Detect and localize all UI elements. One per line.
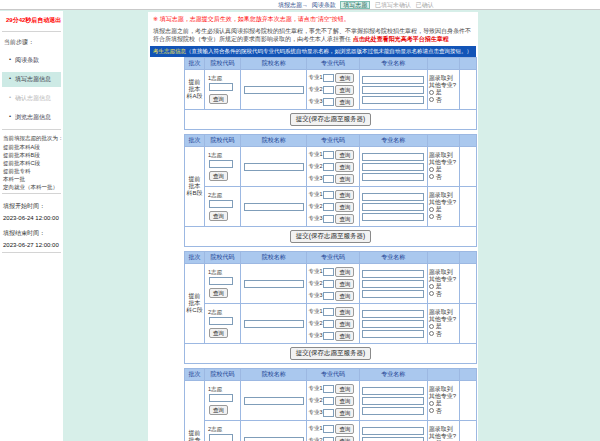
adjust-yes-option[interactable]: 是 xyxy=(429,206,458,213)
radio-icon[interactable] xyxy=(429,291,434,296)
major-query-button[interactable]: 查询 xyxy=(335,85,354,95)
major-query-button[interactable]: 查询 xyxy=(335,331,354,341)
major-query-button[interactable]: 查询 xyxy=(335,436,354,441)
adjust-yes-option[interactable]: 是 xyxy=(429,283,458,290)
adjust-no-option[interactable]: 否 xyxy=(429,214,458,221)
major-name-input[interactable] xyxy=(362,407,424,415)
radio-icon[interactable] xyxy=(429,207,434,212)
major-name-input[interactable] xyxy=(362,290,424,298)
radio-icon[interactable] xyxy=(429,401,434,406)
radio-icon[interactable] xyxy=(429,167,434,172)
tab-read-terms[interactable]: 阅读条款 xyxy=(312,2,336,8)
college-query-button[interactable]: 查询 xyxy=(209,288,228,298)
submit-button[interactable]: 提交(保存志愿至服务器) xyxy=(290,113,371,126)
major-query-button[interactable]: 查询 xyxy=(335,384,354,394)
adjust-yes-option[interactable]: 是 xyxy=(429,400,458,407)
college-name-input[interactable] xyxy=(244,320,304,328)
radio-icon[interactable] xyxy=(429,90,434,95)
adjust-no-option[interactable]: 否 xyxy=(429,174,458,181)
college-code-input[interactable] xyxy=(209,434,233,441)
adjust-no-option[interactable]: 否 xyxy=(429,97,458,104)
major-name-input[interactable] xyxy=(362,310,424,318)
radio-icon[interactable] xyxy=(429,174,434,179)
major-name-input[interactable] xyxy=(362,76,424,84)
major-query-button[interactable]: 查询 xyxy=(335,97,354,107)
major-name-input[interactable] xyxy=(362,86,424,94)
college-code-input[interactable] xyxy=(209,277,233,285)
adjust-no-option[interactable]: 否 xyxy=(429,291,458,298)
major-name-input[interactable] xyxy=(362,96,424,104)
college-name-input[interactable] xyxy=(244,86,304,94)
major-query-button[interactable]: 查询 xyxy=(335,202,354,212)
major-name-input[interactable] xyxy=(362,270,424,278)
major-name-input[interactable] xyxy=(362,397,424,405)
major-code-input[interactable] xyxy=(323,203,334,211)
college-name-input[interactable] xyxy=(244,397,304,405)
major-code-input[interactable] xyxy=(323,163,334,171)
major-query-button[interactable]: 查询 xyxy=(335,267,354,277)
major-name-input[interactable] xyxy=(362,173,424,181)
major-query-button[interactable]: 查询 xyxy=(335,73,354,83)
major-query-button[interactable]: 查询 xyxy=(335,190,354,200)
major-code-input[interactable] xyxy=(323,292,334,300)
college-name-input[interactable] xyxy=(244,163,304,171)
major-query-button[interactable]: 查询 xyxy=(335,162,354,172)
major-code-input[interactable] xyxy=(323,385,334,393)
college-query-button[interactable]: 查询 xyxy=(209,171,228,181)
major-code-input[interactable] xyxy=(323,308,334,316)
adjust-no-option[interactable]: 否 xyxy=(429,331,458,338)
major-name-input[interactable] xyxy=(362,437,424,441)
major-code-input[interactable] xyxy=(323,175,334,183)
adjust-yes-option[interactable]: 是 xyxy=(429,89,458,96)
major-code-input[interactable] xyxy=(323,425,334,433)
major-name-input[interactable] xyxy=(362,320,424,328)
major-query-button[interactable]: 查询 xyxy=(335,291,354,301)
submit-button[interactable]: 提交(保存志愿至服务器) xyxy=(290,230,371,243)
college-query-button[interactable]: 查询 xyxy=(209,328,228,338)
major-name-input[interactable] xyxy=(362,330,424,338)
major-query-button[interactable]: 查询 xyxy=(335,150,354,160)
major-query-button[interactable]: 查询 xyxy=(335,408,354,418)
major-name-input[interactable] xyxy=(362,280,424,288)
college-query-button[interactable]: 查询 xyxy=(209,405,228,415)
college-name-input[interactable] xyxy=(244,280,304,288)
major-query-button[interactable]: 查询 xyxy=(335,307,354,317)
college-code-input[interactable] xyxy=(209,317,233,325)
adjust-yes-option[interactable]: 是 xyxy=(429,166,458,173)
major-name-input[interactable] xyxy=(362,193,424,201)
major-name-input[interactable] xyxy=(362,427,424,435)
major-name-input[interactable] xyxy=(362,387,424,395)
major-code-input[interactable] xyxy=(323,409,334,417)
major-query-button[interactable]: 查询 xyxy=(335,214,354,224)
radio-icon[interactable] xyxy=(429,331,434,336)
radio-icon[interactable] xyxy=(429,284,434,289)
radio-icon[interactable] xyxy=(429,97,434,102)
major-code-input[interactable] xyxy=(323,332,334,340)
radio-icon[interactable] xyxy=(429,214,434,219)
major-query-button[interactable]: 查询 xyxy=(335,424,354,434)
sidebar-item-read-terms[interactable]: 阅读条款 xyxy=(2,53,61,68)
college-code-input[interactable] xyxy=(209,200,233,208)
major-code-input[interactable] xyxy=(323,280,334,288)
radio-icon[interactable] xyxy=(429,408,434,413)
major-code-input[interactable] xyxy=(323,268,334,276)
major-code-input[interactable] xyxy=(323,397,334,405)
major-code-input[interactable] xyxy=(323,215,334,223)
major-code-input[interactable] xyxy=(323,320,334,328)
major-code-input[interactable] xyxy=(323,86,334,94)
tab-fill-volunteer[interactable]: 填写志愿 xyxy=(340,1,370,9)
sidebar-item-fill-volunteer-info[interactable]: 填写志愿信息 xyxy=(2,72,61,87)
college-code-input[interactable] xyxy=(209,160,233,168)
major-code-input[interactable] xyxy=(323,74,334,82)
major-name-input[interactable] xyxy=(362,213,424,221)
major-query-button[interactable]: 查询 xyxy=(335,319,354,329)
major-name-input[interactable] xyxy=(362,153,424,161)
major-name-input[interactable] xyxy=(362,163,424,171)
sunshine-gaokao-link[interactable]: 点击此处查看阳光高考平台招生章程 xyxy=(353,36,449,42)
adjust-no-option[interactable]: 否 xyxy=(429,408,458,415)
major-code-input[interactable] xyxy=(323,151,334,159)
college-code-input[interactable] xyxy=(209,394,233,402)
major-code-input[interactable] xyxy=(323,437,334,441)
college-query-button[interactable]: 查询 xyxy=(209,94,228,104)
sidebar-item-browse-volunteer-info[interactable]: 浏览志愿信息 xyxy=(2,110,61,125)
